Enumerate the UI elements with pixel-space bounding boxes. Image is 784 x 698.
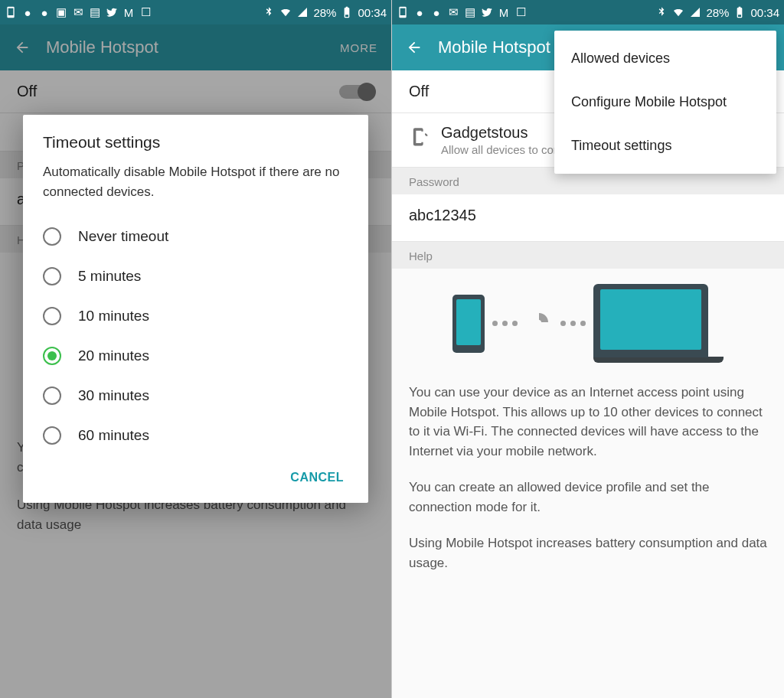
radio-20-minutes[interactable]: 20 minutes [43,336,348,376]
overflow-menu: Allowed devices Configure Mobile Hotspot… [554,31,776,174]
signal-icon [296,6,309,18]
radio-60-minutes[interactable]: 60 minutes [43,416,348,455]
bluetooth-icon [655,6,668,18]
cart-icon: ☐ [139,6,152,18]
timeout-dialog: Timeout settings Automatically disable M… [23,115,368,503]
radio-icon [43,307,61,325]
signal-icon [689,6,701,18]
cancel-button[interactable]: CANCEL [286,463,348,492]
radio-icon [43,426,61,445]
battery-icon [341,6,353,18]
radio-label: 10 minutes [78,308,149,325]
radio-label: 20 minutes [78,347,149,364]
cart-icon: ☐ [514,6,527,18]
messenger-icon: ● [413,6,426,18]
messenger-icon-2: ● [38,6,51,18]
gallery-icon: ▣ [55,6,67,18]
menu-allowed-devices[interactable]: Allowed devices [554,37,776,80]
radio-icon [43,347,61,365]
wifi-icon [672,6,684,18]
radio-label: 5 minutes [78,268,141,285]
back-icon[interactable] [406,39,423,56]
phone-icon [397,6,409,18]
dialog-desc: Automatically disable Mobile Hotspot if … [43,162,348,201]
phone-right: ● ● ✉ ▤ M ☐ 28% 00:34 Mobile Hotspot Off [392,0,784,698]
radio-label: 60 minutes [78,427,149,444]
menu-configure-hotspot[interactable]: Configure Mobile Hotspot [554,80,776,124]
mail-icon: ✉ [447,6,459,18]
illus-wifi-icon [525,308,553,339]
status-bar: ● ● ▣ ✉ ▤ M ☐ 28% 00:34 [0,0,391,24]
help-area: You can use your device as an Internet a… [392,269,784,605]
help-p1: You can use your device as an Internet a… [409,383,767,461]
help-illustration [409,284,767,363]
help-p2: You can create an allowed device profile… [409,478,767,517]
gmail-icon: M [498,6,510,18]
radio-5-minutes[interactable]: 5 minutes [43,256,348,296]
radio-30-minutes[interactable]: 30 minutes [43,376,348,416]
radio-icon [43,387,61,405]
phone-icon [5,6,17,18]
battery-icon [733,6,746,18]
illus-phone-icon [452,295,485,353]
app-icon: ▤ [89,6,101,18]
wifi-icon [279,6,292,18]
menu-timeout-settings[interactable]: Timeout settings [554,124,776,168]
radio-never-timeout[interactable]: Never timeout [43,217,348,256]
mail-icon: ✉ [72,6,84,18]
messenger-icon-2: ● [430,6,443,18]
radio-10-minutes[interactable]: 10 minutes [43,296,348,336]
dialog-title: Timeout settings [43,133,348,152]
radio-icon [43,227,61,246]
status-bar: ● ● ✉ ▤ M ☐ 28% 00:34 [392,0,784,24]
twitter-icon [106,6,118,18]
battery-pct: 28% [706,6,729,19]
status-time: 00:34 [750,6,779,19]
illus-laptop-icon [593,284,708,357]
phone-left: ● ● ▣ ✉ ▤ M ☐ 28% 00:34 Mobile Hotspot M… [0,0,392,698]
radio-icon [43,267,61,285]
twitter-icon [481,6,493,18]
battery-pct: 28% [313,6,336,19]
gmail-icon: M [122,6,135,18]
hotspot-icon [409,127,430,148]
status-time: 00:34 [358,6,387,19]
radio-label: Never timeout [78,228,168,245]
app-icon: ▤ [464,6,476,18]
bluetooth-icon [263,6,275,18]
help-p3: Using Mobile Hotspot increases battery c… [409,533,767,572]
password-value[interactable]: abc12345 [392,194,784,242]
radio-label: 30 minutes [78,387,149,404]
messenger-icon: ● [21,6,34,18]
help-header: Help [392,242,784,269]
